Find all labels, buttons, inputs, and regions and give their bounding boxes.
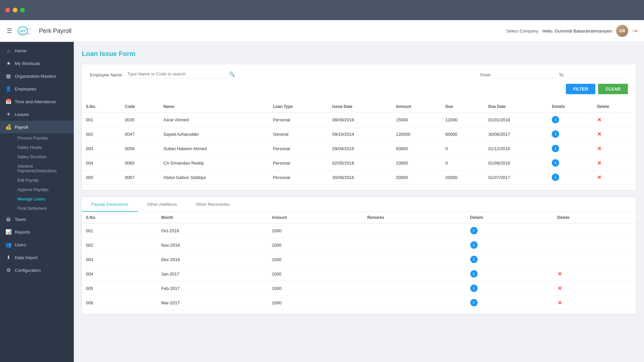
loans-table-header: S.No. Code Name Loan Type Issue Date Amo… xyxy=(82,101,636,113)
cell-due: 20000 xyxy=(441,170,484,185)
details-icon[interactable]: i xyxy=(552,145,559,152)
sub-salary-heads[interactable]: Salary Heads xyxy=(15,143,74,152)
cell-name: Asrar Ahmed xyxy=(159,113,269,127)
tab-other-recoveries[interactable]: Other Recoveries xyxy=(186,197,239,212)
sidebar-item-employees[interactable]: 👤 Employees xyxy=(0,82,74,95)
details-icon[interactable]: i xyxy=(470,241,478,249)
details-icon[interactable]: i xyxy=(552,174,559,181)
cell-amount: 15000 xyxy=(392,113,441,127)
menu-icon[interactable]: ☰ xyxy=(7,27,12,35)
cell-due-date: 01/09/2016 xyxy=(484,156,548,170)
ded-col-month: Month xyxy=(157,212,268,224)
cell-amount: 50000 xyxy=(392,141,441,156)
config-icon: ⚙ xyxy=(5,267,11,273)
sub-approve-payslips[interactable]: Approve Payslips xyxy=(15,185,74,194)
cell-code: 0035 xyxy=(121,113,159,127)
sidebar-item-reports[interactable]: 📊 Reports xyxy=(0,226,74,238)
sidebar-item-home[interactable]: ⌂ Home xyxy=(0,45,74,57)
select-company-label[interactable]: Select Company xyxy=(506,28,538,34)
table-row: 003 Dec-2016 1000 i xyxy=(82,252,636,267)
ded-cell-month: Nov-2016 xyxy=(157,238,268,252)
delete-icon[interactable]: ✕ xyxy=(557,300,562,306)
ded-cell-amount: 1000 xyxy=(268,267,363,281)
from-date-input[interactable] xyxy=(494,71,555,78)
sidebar-item-label: Configuration xyxy=(15,268,41,273)
org-icon: ▦ xyxy=(5,73,11,79)
page-title: Loan Issue Form xyxy=(82,50,636,58)
to-date-input[interactable] xyxy=(568,71,628,78)
sidebar-item-users[interactable]: 👥 Users xyxy=(0,238,74,251)
delete-icon[interactable]: ✕ xyxy=(597,117,601,123)
tabs-section: Payslip Deductions Other Additions Other… xyxy=(82,197,636,314)
sidebar-item-configuration[interactable]: ⚙ Configuration xyxy=(0,264,74,277)
titlebar xyxy=(0,0,644,20)
col-delete: Delete xyxy=(593,101,636,113)
ded-cell-details: i xyxy=(466,281,553,296)
delete-icon[interactable]: ✕ xyxy=(597,175,601,180)
leaves-icon: ✈ xyxy=(5,111,11,117)
ded-cell-remarks xyxy=(363,281,466,296)
ded-cell-month: Feb-2017 xyxy=(157,281,268,296)
cell-amount: 120000 xyxy=(392,127,441,141)
details-icon[interactable]: i xyxy=(470,270,478,278)
sub-salary-structure[interactable]: Salary Structure xyxy=(15,152,74,162)
details-icon[interactable]: i xyxy=(470,285,478,292)
table-row: 001 Oct-2016 1000 i xyxy=(82,224,636,238)
sub-manage-loans[interactable]: Manage Loans xyxy=(15,194,74,204)
close-button[interactable] xyxy=(5,8,10,12)
delete-icon[interactable]: ✕ xyxy=(557,286,562,291)
sub-edit-payslip[interactable]: Edit Payslip xyxy=(15,176,74,185)
tab-payslip-deductions[interactable]: Payslip Deductions xyxy=(82,197,138,212)
sub-advance-payments[interactable]: Advance Payments/Deductions xyxy=(15,162,74,176)
sidebar-item-payroll[interactable]: 💰 Payroll xyxy=(0,121,74,133)
cell-code: 0058 xyxy=(121,141,159,156)
delete-icon[interactable]: ✕ xyxy=(597,160,601,166)
tab-other-additions[interactable]: Other Additions xyxy=(138,197,186,212)
cell-due-date: 01/12/2016 xyxy=(484,141,548,156)
sidebar-item-label: Leaves xyxy=(15,112,29,117)
user-greeting: Hello, Gummidi Balasubrahmanyam xyxy=(542,28,612,34)
minimize-button[interactable] xyxy=(13,8,17,12)
details-icon[interactable]: i xyxy=(552,130,559,138)
sidebar-item-label: Users xyxy=(15,242,26,247)
sidebar-item-data-import[interactable]: ⬇ Data Import xyxy=(0,251,74,264)
clear-button[interactable]: CLEAR xyxy=(598,84,628,94)
sub-process-payslips[interactable]: Process Payslips xyxy=(15,133,74,143)
delete-icon[interactable]: ✕ xyxy=(557,271,562,277)
col-due: Due xyxy=(441,101,484,113)
ded-cell-delete xyxy=(553,252,636,267)
sub-final-settlement[interactable]: Final Settlement xyxy=(15,204,74,213)
details-icon[interactable]: i xyxy=(470,256,478,263)
sidebar-item-leaves[interactable]: ✈ Leaves xyxy=(0,108,74,121)
sidebar-item-time-attendance[interactable]: 📅 Time and Attendance xyxy=(0,95,74,108)
details-icon[interactable]: i xyxy=(470,299,478,306)
details-icon[interactable]: i xyxy=(552,159,559,167)
details-icon[interactable]: i xyxy=(552,116,559,123)
ded-cell-remarks xyxy=(363,267,466,281)
cell-details: i xyxy=(548,170,593,185)
cell-name: Abdul Gafoor Siddiqui xyxy=(159,170,269,185)
sidebar-item-my-shortcuts[interactable]: ★ My Shortcuts xyxy=(0,57,74,70)
maximize-button[interactable] xyxy=(20,8,25,12)
sidebar-item-label: Home xyxy=(15,48,26,53)
delete-icon[interactable]: ✕ xyxy=(597,131,601,137)
logout-icon[interactable]: ⇥ xyxy=(632,27,637,35)
employee-search-input[interactable] xyxy=(127,71,226,76)
filter-button[interactable]: FILTER xyxy=(566,84,596,94)
search-icon[interactable]: 🔍 xyxy=(229,71,235,77)
cell-issue-date: 29/04/2016 xyxy=(328,141,392,156)
app-layout: ⌂ Home ★ My Shortcuts ▦ Organization Mas… xyxy=(0,42,644,362)
ded-col-details: Details xyxy=(466,212,553,224)
ded-cell-remarks xyxy=(363,252,466,267)
deductions-table-section: S.No. Month Amount Remarks Details Delet… xyxy=(82,212,636,314)
col-issue-date: Issue Date xyxy=(328,101,392,113)
payroll-submenu: Process Payslips Salary Heads Salary Str… xyxy=(0,133,74,213)
ded-cell-amount: 1000 xyxy=(268,281,363,296)
details-icon[interactable]: i xyxy=(470,227,478,234)
cell-sno: 005 xyxy=(82,170,121,185)
sidebar-item-taxes[interactable]: 🏛 Taxes xyxy=(0,213,74,226)
to-label: To xyxy=(559,72,564,77)
table-row: 001 0035 Asrar Ahmed Personal 08/09/2016… xyxy=(82,113,636,127)
delete-icon[interactable]: ✕ xyxy=(597,146,601,152)
sidebar-item-org-masters[interactable]: ▦ Organization Masters xyxy=(0,70,74,82)
